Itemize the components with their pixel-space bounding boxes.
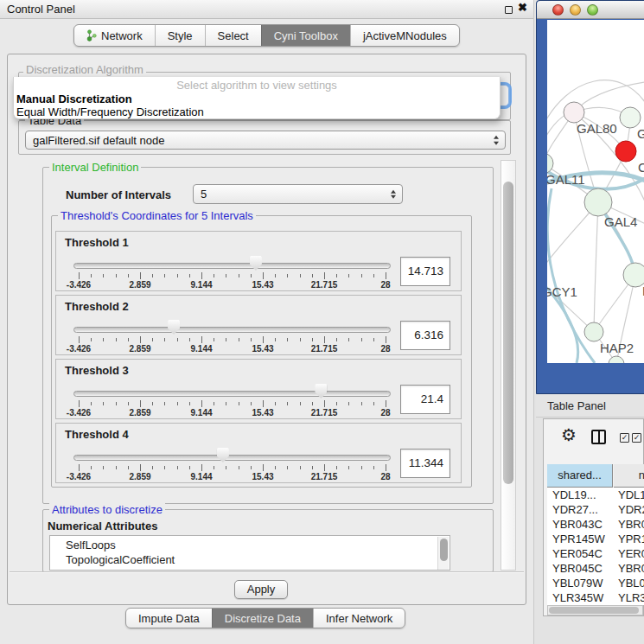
num-intervals-combobox[interactable]: 5 — [193, 184, 403, 204]
table-row[interactable]: YDL19...YDL1 — [547, 488, 644, 502]
threshold-value-field[interactable]: 6.316 — [400, 321, 450, 350]
network-node[interactable] — [623, 263, 644, 287]
slider-scale-labels: -3.4262.8599.14415.4321.71528 — [79, 344, 386, 354]
tab-infer-network[interactable]: Infer Network — [313, 609, 405, 628]
dropdown-prompt: Select algorithm to view settings — [14, 79, 500, 92]
threshold-value-field[interactable]: 11.344 — [400, 449, 450, 478]
table-body: YDL19...YDL1YDR27...YDR2YBR043CYBR0YPR14… — [547, 488, 644, 605]
network-graph: GAL80GACGAL11GAL4GCY1HHAP2 — [547, 20, 644, 363]
slider-track[interactable] — [73, 391, 391, 397]
table-panel-title: Table Panel — [536, 394, 644, 418]
tab-select[interactable]: Select — [205, 25, 261, 46]
network-node-label: GAL4 — [604, 214, 637, 229]
network-node[interactable] — [584, 322, 603, 341]
dropdown-item-manual-discretization[interactable]: Manual Discretization — [16, 92, 132, 105]
attribute-item[interactable]: SelfLoops — [50, 538, 450, 552]
tab-jactivemnodules[interactable]: jActiveMNodules — [350, 25, 459, 46]
slider-track[interactable] — [73, 263, 391, 269]
tab-network[interactable]: Network — [74, 25, 155, 46]
main-scrollbar-thumb[interactable] — [503, 182, 513, 484]
minimize-window-icon[interactable] — [570, 4, 581, 16]
panel-title: Control Panel — [7, 0, 75, 18]
threshold-row-3: Threshold 3 -3.4262.8599.14415.4321.7152… — [55, 359, 462, 419]
network-node-label: GA — [637, 126, 644, 141]
attribute-item[interactable]: TopologicalCoefficient — [50, 552, 450, 567]
tab-cyni-toolbox[interactable]: Cyni Toolbox — [261, 25, 350, 46]
apply-button[interactable]: Apply — [234, 580, 288, 599]
slider-scale-labels: -3.4262.8599.14415.4321.71528 — [79, 280, 386, 290]
threshold-slider[interactable]: -3.4262.8599.14415.4321.71528 — [79, 296, 386, 356]
control-panel-tabs: Network Style Select Cyni Toolbox jActiv… — [73, 24, 460, 47]
column-header-shared[interactable]: shared... — [547, 464, 613, 488]
network-node[interactable] — [609, 356, 624, 363]
algorithm-group-title: Discretization Algorithm — [23, 63, 146, 76]
columns-icon[interactable] — [591, 430, 606, 444]
list-scrollbar-thumb[interactable] — [440, 539, 448, 561]
network-node-label: GAL80 — [577, 121, 617, 136]
zoom-window-icon[interactable] — [587, 4, 598, 16]
threshold-row-4: Threshold 4 -3.4262.8599.14415.4321.7152… — [55, 423, 462, 483]
network-node[interactable] — [564, 102, 584, 123]
table-data-combobox[interactable]: galFiltered.sif default node — [25, 131, 506, 150]
table-row[interactable]: YER054CYER0 — [547, 546, 644, 561]
threshold-row-1: Threshold 1 -3.4262.8599.14415.4321.7152… — [55, 231, 462, 291]
threshold-slider[interactable]: -3.4262.8599.14415.4321.71528 — [79, 232, 386, 292]
gear-icon[interactable]: ⚙ — [561, 424, 577, 445]
dropdown-item-equal-width[interactable]: Equal Width/Frequency Discretization — [16, 105, 204, 118]
slider-ticks — [79, 464, 386, 472]
thresholds-group-title: Threshold's Coordinates for 5 Intervals — [58, 209, 256, 222]
list-scrollbar[interactable] — [437, 537, 449, 571]
algorithm-dropdown-popup: Select algorithm to view settings Manual… — [13, 77, 501, 119]
attribute-item[interactable]: BetweennessCentrality — [50, 567, 450, 571]
network-node[interactable] — [547, 153, 553, 174]
tab-impute-data[interactable]: Impute Data — [126, 609, 212, 628]
table-row[interactable]: YLR345WYLR3 — [547, 590, 644, 605]
settings-viewport: Interval Definition Number of Intervals … — [13, 159, 499, 571]
float-window-icon[interactable] — [505, 6, 513, 14]
column-header-name[interactable]: na — [614, 464, 644, 488]
tab-discretize-data[interactable]: Discretize Data — [212, 609, 313, 628]
table-row[interactable]: YBR045CYBR0 — [547, 561, 644, 576]
network-node[interactable] — [615, 141, 636, 162]
network-node-label: HAP2 — [600, 341, 634, 355]
threshold-value-field[interactable]: 21.4 — [400, 385, 450, 414]
horizontal-scrollbar[interactable] — [547, 605, 643, 615]
slider-ticks — [79, 272, 386, 280]
network-canvas[interactable]: GAL80GACGAL11GAL4GCY1HHAP2 — [547, 20, 644, 363]
threshold-slider[interactable]: -3.4262.8599.14415.4321.71528 — [79, 360, 386, 420]
threshold-value-field[interactable]: 14.713 — [400, 257, 450, 286]
horizontal-scrollbar-thumb[interactable] — [549, 607, 639, 614]
slider-track[interactable] — [73, 327, 391, 333]
slider-track[interactable] — [73, 455, 391, 461]
table-row[interactable]: YPR145WYPR1 — [547, 532, 644, 546]
table-row[interactable]: YDR27...YDR2 — [547, 502, 644, 517]
table-data-value: galFiltered.sif default node — [33, 131, 164, 150]
stepper-icon — [494, 136, 499, 145]
stepper-icon — [391, 189, 396, 199]
network-view-window: GAL80GACGAL11GAL4GCY1HHAP2 — [536, 0, 644, 394]
num-intervals-value: 5 — [201, 185, 207, 203]
slider-scale-labels: -3.4262.8599.14415.4321.71528 — [79, 408, 386, 418]
main-scrollbar[interactable] — [501, 160, 516, 571]
network-node-label: GCY1 — [547, 284, 577, 299]
bottom-tabs: Impute Data Discretize Data Infer Networ… — [125, 608, 405, 628]
divider — [10, 571, 524, 573]
tab-label: Network — [101, 29, 143, 42]
threshold-slider[interactable]: -3.4262.8599.14415.4321.71528 — [79, 424, 386, 484]
table-row[interactable]: YBL079WYBL0 — [547, 576, 644, 590]
close-icon[interactable]: ✖ — [518, 1, 527, 14]
network-icon — [86, 29, 97, 41]
numerical-attributes-list[interactable]: SelfLoopsTopologicalCoefficientBetweenne… — [49, 535, 450, 571]
network-node-label: GAL11 — [547, 172, 585, 187]
network-window-titlebar — [537, 1, 644, 19]
attribute-items: SelfLoopsTopologicalCoefficientBetweenne… — [50, 536, 450, 571]
close-window-icon[interactable] — [552, 4, 564, 16]
checkbox-icon[interactable]: ✓ — [632, 433, 641, 443]
tab-style[interactable]: Style — [155, 25, 205, 46]
slider-ticks — [79, 336, 386, 344]
table-row[interactable]: YBR043CYBR0 — [547, 517, 644, 532]
network-node[interactable] — [620, 107, 641, 128]
checkbox-icon[interactable]: ✓ — [620, 433, 629, 443]
network-node[interactable] — [584, 188, 612, 216]
interval-definition-title: Interval Definition — [49, 161, 141, 174]
